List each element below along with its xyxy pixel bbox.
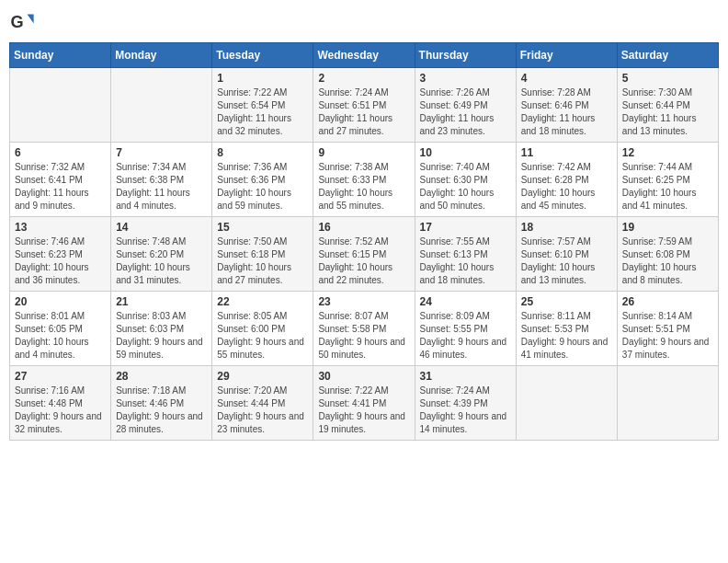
day-number: 26 (622, 295, 713, 308)
page-header: G (9, 9, 719, 35)
day-cell: 8Sunrise: 7:36 AM Sunset: 6:36 PM Daylig… (212, 143, 313, 217)
day-cell: 12Sunrise: 7:44 AM Sunset: 6:25 PM Dayli… (617, 143, 718, 217)
day-cell: 30Sunrise: 7:22 AM Sunset: 4:41 PM Dayli… (313, 366, 415, 441)
logo-icon: G (9, 9, 35, 35)
day-cell: 7Sunrise: 7:34 AM Sunset: 6:38 PM Daylig… (111, 143, 212, 217)
day-number: 10 (420, 146, 511, 159)
day-cell: 29Sunrise: 7:20 AM Sunset: 4:44 PM Dayli… (212, 366, 313, 441)
day-header-tuesday: Tuesday (212, 43, 313, 68)
day-header-wednesday: Wednesday (313, 43, 415, 68)
day-number: 6 (15, 146, 106, 159)
day-number: 21 (116, 295, 207, 308)
header-row: SundayMondayTuesdayWednesdayThursdayFrid… (10, 43, 719, 68)
day-header-monday: Monday (111, 43, 212, 68)
day-number: 2 (318, 72, 409, 85)
day-number: 7 (116, 146, 207, 159)
week-row-5: 27Sunrise: 7:16 AM Sunset: 4:48 PM Dayli… (10, 366, 719, 441)
day-content: Sunrise: 7:34 AM Sunset: 6:38 PM Dayligh… (116, 161, 207, 213)
day-cell: 27Sunrise: 7:16 AM Sunset: 4:48 PM Dayli… (10, 366, 111, 441)
day-content: Sunrise: 7:38 AM Sunset: 6:33 PM Dayligh… (318, 161, 409, 213)
day-number: 23 (318, 295, 409, 308)
day-header-friday: Friday (516, 43, 617, 68)
day-cell: 3Sunrise: 7:26 AM Sunset: 6:49 PM Daylig… (415, 68, 516, 143)
day-cell: 25Sunrise: 8:11 AM Sunset: 5:53 PM Dayli… (516, 292, 617, 366)
day-content: Sunrise: 7:55 AM Sunset: 6:13 PM Dayligh… (420, 236, 511, 287)
week-row-4: 20Sunrise: 8:01 AM Sunset: 6:05 PM Dayli… (10, 292, 719, 366)
day-cell: 13Sunrise: 7:46 AM Sunset: 6:23 PM Dayli… (10, 217, 111, 292)
day-number: 16 (318, 221, 409, 234)
day-number: 14 (116, 221, 207, 234)
day-header-saturday: Saturday (617, 43, 718, 68)
day-number: 22 (217, 295, 308, 308)
day-number: 5 (622, 72, 713, 85)
day-cell: 10Sunrise: 7:40 AM Sunset: 6:30 PM Dayli… (415, 143, 516, 217)
day-number: 28 (116, 370, 207, 383)
day-cell (111, 68, 212, 143)
day-cell: 19Sunrise: 7:59 AM Sunset: 6:08 PM Dayli… (617, 217, 718, 292)
day-content: Sunrise: 7:22 AM Sunset: 6:54 PM Dayligh… (217, 86, 308, 138)
day-cell (10, 68, 111, 143)
day-cell: 6Sunrise: 7:32 AM Sunset: 6:41 PM Daylig… (10, 143, 111, 217)
day-number: 29 (217, 370, 308, 383)
day-cell: 28Sunrise: 7:18 AM Sunset: 4:46 PM Dayli… (111, 366, 212, 441)
day-content: Sunrise: 7:22 AM Sunset: 4:41 PM Dayligh… (318, 385, 409, 436)
day-content: Sunrise: 7:44 AM Sunset: 6:25 PM Dayligh… (622, 161, 713, 213)
day-content: Sunrise: 7:24 AM Sunset: 4:39 PM Dayligh… (420, 385, 511, 436)
day-cell: 20Sunrise: 8:01 AM Sunset: 6:05 PM Dayli… (10, 292, 111, 366)
day-cell: 9Sunrise: 7:38 AM Sunset: 6:33 PM Daylig… (313, 143, 415, 217)
day-number: 19 (622, 221, 713, 234)
calendar-table: SundayMondayTuesdayWednesdayThursdayFrid… (9, 42, 719, 441)
day-content: Sunrise: 7:26 AM Sunset: 6:49 PM Dayligh… (420, 86, 511, 138)
day-number: 31 (420, 370, 511, 383)
day-content: Sunrise: 7:46 AM Sunset: 6:23 PM Dayligh… (15, 236, 106, 287)
svg-text:G: G (10, 13, 23, 31)
day-content: Sunrise: 7:32 AM Sunset: 6:41 PM Dayligh… (15, 161, 106, 213)
day-content: Sunrise: 8:09 AM Sunset: 5:55 PM Dayligh… (420, 310, 511, 362)
day-cell: 22Sunrise: 8:05 AM Sunset: 6:00 PM Dayli… (212, 292, 313, 366)
day-number: 24 (420, 295, 511, 308)
day-cell: 14Sunrise: 7:48 AM Sunset: 6:20 PM Dayli… (111, 217, 212, 292)
day-cell: 31Sunrise: 7:24 AM Sunset: 4:39 PM Dayli… (415, 366, 516, 441)
day-content: Sunrise: 7:16 AM Sunset: 4:48 PM Dayligh… (15, 385, 106, 436)
day-content: Sunrise: 7:20 AM Sunset: 4:44 PM Dayligh… (217, 385, 308, 436)
day-cell (516, 366, 617, 441)
day-header-sunday: Sunday (10, 43, 111, 68)
day-number: 3 (420, 72, 511, 85)
day-number: 30 (318, 370, 409, 383)
day-cell: 17Sunrise: 7:55 AM Sunset: 6:13 PM Dayli… (415, 217, 516, 292)
day-content: Sunrise: 8:07 AM Sunset: 5:58 PM Dayligh… (318, 310, 409, 362)
day-content: Sunrise: 8:01 AM Sunset: 6:05 PM Dayligh… (15, 310, 106, 362)
day-content: Sunrise: 7:28 AM Sunset: 6:46 PM Dayligh… (521, 86, 612, 138)
day-number: 1 (217, 72, 308, 85)
day-content: Sunrise: 8:11 AM Sunset: 5:53 PM Dayligh… (521, 310, 612, 362)
day-number: 11 (521, 146, 612, 159)
day-content: Sunrise: 8:03 AM Sunset: 6:03 PM Dayligh… (116, 310, 207, 362)
day-number: 17 (420, 221, 511, 234)
day-number: 18 (521, 221, 612, 234)
week-row-2: 6Sunrise: 7:32 AM Sunset: 6:41 PM Daylig… (10, 143, 719, 217)
day-number: 15 (217, 221, 308, 234)
day-content: Sunrise: 8:05 AM Sunset: 6:00 PM Dayligh… (217, 310, 308, 362)
day-cell: 26Sunrise: 8:14 AM Sunset: 5:51 PM Dayli… (617, 292, 718, 366)
day-cell: 2Sunrise: 7:24 AM Sunset: 6:51 PM Daylig… (313, 68, 415, 143)
day-cell: 24Sunrise: 8:09 AM Sunset: 5:55 PM Dayli… (415, 292, 516, 366)
day-content: Sunrise: 7:50 AM Sunset: 6:18 PM Dayligh… (217, 236, 308, 287)
day-content: Sunrise: 7:48 AM Sunset: 6:20 PM Dayligh… (116, 236, 207, 287)
day-cell: 15Sunrise: 7:50 AM Sunset: 6:18 PM Dayli… (212, 217, 313, 292)
day-content: Sunrise: 7:59 AM Sunset: 6:08 PM Dayligh… (622, 236, 713, 287)
svg-marker-1 (28, 15, 34, 24)
day-number: 25 (521, 295, 612, 308)
day-cell: 1Sunrise: 7:22 AM Sunset: 6:54 PM Daylig… (212, 68, 313, 143)
day-content: Sunrise: 8:14 AM Sunset: 5:51 PM Dayligh… (622, 310, 713, 362)
day-content: Sunrise: 7:52 AM Sunset: 6:15 PM Dayligh… (318, 236, 409, 287)
day-content: Sunrise: 7:30 AM Sunset: 6:44 PM Dayligh… (622, 86, 713, 138)
week-row-1: 1Sunrise: 7:22 AM Sunset: 6:54 PM Daylig… (10, 68, 719, 143)
week-row-3: 13Sunrise: 7:46 AM Sunset: 6:23 PM Dayli… (10, 217, 719, 292)
day-content: Sunrise: 7:40 AM Sunset: 6:30 PM Dayligh… (420, 161, 511, 213)
day-cell: 11Sunrise: 7:42 AM Sunset: 6:28 PM Dayli… (516, 143, 617, 217)
day-number: 13 (15, 221, 106, 234)
day-cell (617, 366, 718, 441)
day-header-thursday: Thursday (415, 43, 516, 68)
logo: G (9, 9, 39, 35)
day-content: Sunrise: 7:18 AM Sunset: 4:46 PM Dayligh… (116, 385, 207, 436)
